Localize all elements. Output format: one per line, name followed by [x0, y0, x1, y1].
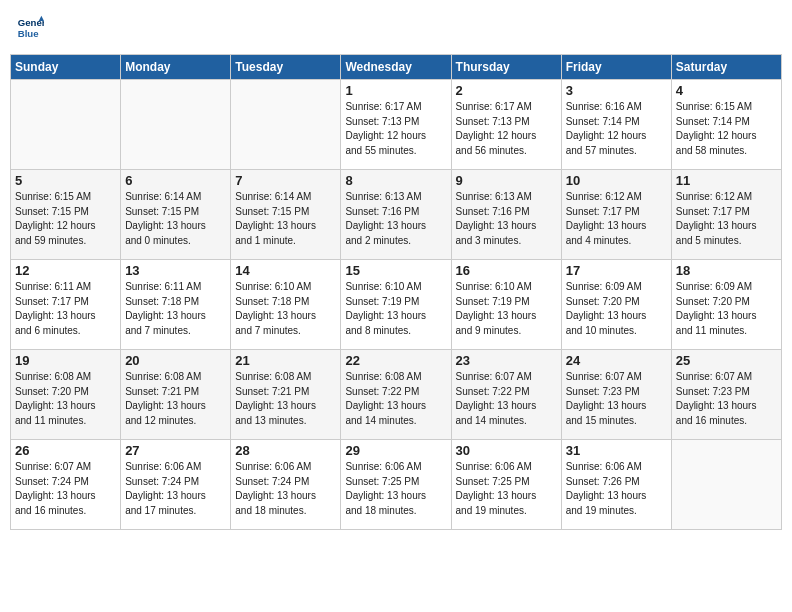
day-number: 16: [456, 263, 557, 278]
calendar-cell: 23Sunrise: 6:07 AMSunset: 7:22 PMDayligh…: [451, 350, 561, 440]
calendar-cell: 11Sunrise: 6:12 AMSunset: 7:17 PMDayligh…: [671, 170, 781, 260]
day-content: Sunrise: 6:10 AMSunset: 7:19 PMDaylight:…: [456, 280, 557, 338]
calendar-week-row: 5Sunrise: 6:15 AMSunset: 7:15 PMDaylight…: [11, 170, 782, 260]
day-content: Sunrise: 6:09 AMSunset: 7:20 PMDaylight:…: [676, 280, 777, 338]
calendar-cell: 1Sunrise: 6:17 AMSunset: 7:13 PMDaylight…: [341, 80, 451, 170]
day-number: 10: [566, 173, 667, 188]
calendar-cell: 13Sunrise: 6:11 AMSunset: 7:18 PMDayligh…: [121, 260, 231, 350]
calendar-cell: 30Sunrise: 6:06 AMSunset: 7:25 PMDayligh…: [451, 440, 561, 530]
day-number: 31: [566, 443, 667, 458]
day-content: Sunrise: 6:17 AMSunset: 7:13 PMDaylight:…: [345, 100, 446, 158]
day-number: 5: [15, 173, 116, 188]
day-number: 9: [456, 173, 557, 188]
calendar-cell: 21Sunrise: 6:08 AMSunset: 7:21 PMDayligh…: [231, 350, 341, 440]
day-content: Sunrise: 6:08 AMSunset: 7:21 PMDaylight:…: [125, 370, 226, 428]
day-content: Sunrise: 6:12 AMSunset: 7:17 PMDaylight:…: [566, 190, 667, 248]
day-number: 12: [15, 263, 116, 278]
day-number: 29: [345, 443, 446, 458]
calendar-cell: 22Sunrise: 6:08 AMSunset: 7:22 PMDayligh…: [341, 350, 451, 440]
day-content: Sunrise: 6:08 AMSunset: 7:21 PMDaylight:…: [235, 370, 336, 428]
day-number: 13: [125, 263, 226, 278]
day-number: 8: [345, 173, 446, 188]
day-number: 22: [345, 353, 446, 368]
calendar-week-row: 19Sunrise: 6:08 AMSunset: 7:20 PMDayligh…: [11, 350, 782, 440]
day-content: Sunrise: 6:15 AMSunset: 7:14 PMDaylight:…: [676, 100, 777, 158]
logo: General Blue: [16, 14, 46, 42]
day-content: Sunrise: 6:14 AMSunset: 7:15 PMDaylight:…: [125, 190, 226, 248]
day-content: Sunrise: 6:08 AMSunset: 7:20 PMDaylight:…: [15, 370, 116, 428]
calendar-cell: [231, 80, 341, 170]
calendar-cell: 8Sunrise: 6:13 AMSunset: 7:16 PMDaylight…: [341, 170, 451, 260]
weekday-header: Saturday: [671, 55, 781, 80]
weekday-header: Friday: [561, 55, 671, 80]
day-content: Sunrise: 6:13 AMSunset: 7:16 PMDaylight:…: [345, 190, 446, 248]
day-number: 2: [456, 83, 557, 98]
day-content: Sunrise: 6:07 AMSunset: 7:23 PMDaylight:…: [566, 370, 667, 428]
day-number: 28: [235, 443, 336, 458]
day-content: Sunrise: 6:08 AMSunset: 7:22 PMDaylight:…: [345, 370, 446, 428]
day-content: Sunrise: 6:10 AMSunset: 7:18 PMDaylight:…: [235, 280, 336, 338]
weekday-header: Tuesday: [231, 55, 341, 80]
day-number: 14: [235, 263, 336, 278]
svg-text:Blue: Blue: [18, 28, 39, 39]
calendar-cell: 4Sunrise: 6:15 AMSunset: 7:14 PMDaylight…: [671, 80, 781, 170]
day-number: 23: [456, 353, 557, 368]
day-number: 25: [676, 353, 777, 368]
day-content: Sunrise: 6:17 AMSunset: 7:13 PMDaylight:…: [456, 100, 557, 158]
day-content: Sunrise: 6:06 AMSunset: 7:24 PMDaylight:…: [125, 460, 226, 518]
day-number: 11: [676, 173, 777, 188]
day-content: Sunrise: 6:10 AMSunset: 7:19 PMDaylight:…: [345, 280, 446, 338]
day-content: Sunrise: 6:11 AMSunset: 7:18 PMDaylight:…: [125, 280, 226, 338]
day-number: 7: [235, 173, 336, 188]
weekday-header: Wednesday: [341, 55, 451, 80]
day-content: Sunrise: 6:07 AMSunset: 7:23 PMDaylight:…: [676, 370, 777, 428]
calendar-cell: 7Sunrise: 6:14 AMSunset: 7:15 PMDaylight…: [231, 170, 341, 260]
calendar-cell: 14Sunrise: 6:10 AMSunset: 7:18 PMDayligh…: [231, 260, 341, 350]
calendar-cell: 16Sunrise: 6:10 AMSunset: 7:19 PMDayligh…: [451, 260, 561, 350]
day-content: Sunrise: 6:13 AMSunset: 7:16 PMDaylight:…: [456, 190, 557, 248]
day-content: Sunrise: 6:12 AMSunset: 7:17 PMDaylight:…: [676, 190, 777, 248]
day-content: Sunrise: 6:11 AMSunset: 7:17 PMDaylight:…: [15, 280, 116, 338]
calendar-cell: 26Sunrise: 6:07 AMSunset: 7:24 PMDayligh…: [11, 440, 121, 530]
calendar-cell: 2Sunrise: 6:17 AMSunset: 7:13 PMDaylight…: [451, 80, 561, 170]
calendar-cell: 24Sunrise: 6:07 AMSunset: 7:23 PMDayligh…: [561, 350, 671, 440]
calendar-cell: 19Sunrise: 6:08 AMSunset: 7:20 PMDayligh…: [11, 350, 121, 440]
calendar-cell: 17Sunrise: 6:09 AMSunset: 7:20 PMDayligh…: [561, 260, 671, 350]
calendar-week-row: 26Sunrise: 6:07 AMSunset: 7:24 PMDayligh…: [11, 440, 782, 530]
calendar-cell: 25Sunrise: 6:07 AMSunset: 7:23 PMDayligh…: [671, 350, 781, 440]
day-content: Sunrise: 6:06 AMSunset: 7:25 PMDaylight:…: [456, 460, 557, 518]
calendar-cell: 5Sunrise: 6:15 AMSunset: 7:15 PMDaylight…: [11, 170, 121, 260]
weekday-header: Sunday: [11, 55, 121, 80]
day-number: 30: [456, 443, 557, 458]
day-number: 24: [566, 353, 667, 368]
calendar-cell: 27Sunrise: 6:06 AMSunset: 7:24 PMDayligh…: [121, 440, 231, 530]
day-content: Sunrise: 6:09 AMSunset: 7:20 PMDaylight:…: [566, 280, 667, 338]
weekday-header: Monday: [121, 55, 231, 80]
calendar-cell: 20Sunrise: 6:08 AMSunset: 7:21 PMDayligh…: [121, 350, 231, 440]
day-content: Sunrise: 6:16 AMSunset: 7:14 PMDaylight:…: [566, 100, 667, 158]
day-number: 20: [125, 353, 226, 368]
calendar-cell: 18Sunrise: 6:09 AMSunset: 7:20 PMDayligh…: [671, 260, 781, 350]
day-number: 21: [235, 353, 336, 368]
day-content: Sunrise: 6:07 AMSunset: 7:24 PMDaylight:…: [15, 460, 116, 518]
calendar-table: SundayMondayTuesdayWednesdayThursdayFrid…: [10, 54, 782, 530]
day-content: Sunrise: 6:06 AMSunset: 7:26 PMDaylight:…: [566, 460, 667, 518]
day-number: 1: [345, 83, 446, 98]
calendar-cell: 15Sunrise: 6:10 AMSunset: 7:19 PMDayligh…: [341, 260, 451, 350]
day-content: Sunrise: 6:06 AMSunset: 7:24 PMDaylight:…: [235, 460, 336, 518]
day-number: 19: [15, 353, 116, 368]
calendar-cell: 12Sunrise: 6:11 AMSunset: 7:17 PMDayligh…: [11, 260, 121, 350]
day-number: 18: [676, 263, 777, 278]
day-number: 26: [15, 443, 116, 458]
calendar-cell: [671, 440, 781, 530]
calendar-cell: 10Sunrise: 6:12 AMSunset: 7:17 PMDayligh…: [561, 170, 671, 260]
calendar-week-row: 12Sunrise: 6:11 AMSunset: 7:17 PMDayligh…: [11, 260, 782, 350]
calendar-week-row: 1Sunrise: 6:17 AMSunset: 7:13 PMDaylight…: [11, 80, 782, 170]
calendar-cell: 31Sunrise: 6:06 AMSunset: 7:26 PMDayligh…: [561, 440, 671, 530]
calendar-cell: 6Sunrise: 6:14 AMSunset: 7:15 PMDaylight…: [121, 170, 231, 260]
weekday-header: Thursday: [451, 55, 561, 80]
calendar-cell: 28Sunrise: 6:06 AMSunset: 7:24 PMDayligh…: [231, 440, 341, 530]
calendar-cell: 3Sunrise: 6:16 AMSunset: 7:14 PMDaylight…: [561, 80, 671, 170]
day-content: Sunrise: 6:07 AMSunset: 7:22 PMDaylight:…: [456, 370, 557, 428]
logo-icon: General Blue: [16, 14, 44, 42]
